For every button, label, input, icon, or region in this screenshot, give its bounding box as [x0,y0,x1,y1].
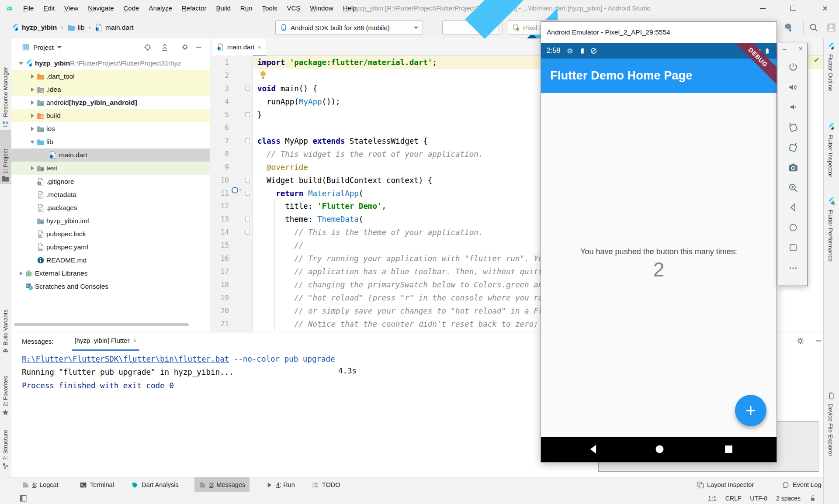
status-item-1-1[interactable]: 1:1 [708,495,716,502]
toolwindow-button-event-log[interactable]: Event Log [778,477,825,492]
collapse-all-icon[interactable] [161,43,169,51]
tree-row-README-md[interactable]: README.md [11,254,210,267]
settings-gear-icon[interactable] [796,337,804,345]
tree-row-build[interactable]: build [11,109,210,122]
sidebar-item-device-file-explorer[interactable]: Device File Explorer [827,404,834,479]
nav-back-icon[interactable] [588,443,600,457]
code-line-5[interactable]: } [257,108,262,121]
zoom-icon[interactable] [787,182,799,195]
locate-file-icon[interactable] [144,43,152,51]
menu-item-analyze[interactable]: Analyze [144,0,177,17]
tree-row-main-dart[interactable]: main.dart [11,148,210,162]
avatar[interactable] [826,22,836,33]
code-line-3[interactable]: void main() { [257,82,317,95]
chevron-down-icon[interactable] [57,46,62,48]
code-line-4[interactable]: runApp(MyApp()); [257,95,340,108]
fold-marker-icon[interactable] [245,178,250,183]
sidebar-item-7-structure[interactable]: 7: Structure [2,422,9,460]
lock-icon[interactable] [809,495,816,502]
intention-bulb-icon[interactable] [259,70,267,80]
toolwindow-button-dart-analysis[interactable]: Dart Analysis [127,477,183,492]
tree-row--gitignore[interactable]: .gitignore [11,175,210,188]
menu-item-window[interactable]: Window [305,0,338,17]
rotate-left-icon[interactable] [787,122,799,135]
tree-collapse-arrow-icon[interactable] [29,87,36,92]
back-icon[interactable] [788,202,798,214]
toolwindow-button-layout-inspector[interactable]: Layout Inspector [692,477,758,492]
menu-item-run[interactable]: Run [236,0,257,17]
tree-collapse-arrow-icon[interactable] [29,166,36,170]
console-link[interactable]: R:\Flutter\FlutterSDK\flutter\bin\flutte… [22,355,229,363]
toolwindow-button-4-run[interactable]: 4: Run [261,477,299,492]
sdk-manager-icon[interactable] [783,22,794,33]
horizontal-scrollbar[interactable] [14,323,189,326]
tree-row-pubspec-yaml[interactable]: YMLpubspec.yaml [11,241,210,254]
overview-icon[interactable] [788,242,798,255]
tree-expand-arrow-icon[interactable] [17,62,24,65]
rotate-right-icon[interactable] [787,142,799,155]
status-item-2-spaces[interactable]: 2 spaces [776,495,801,502]
nav-home-icon[interactable] [654,443,666,457]
volume-up-icon[interactable] [787,82,799,95]
tree-row-lib[interactable]: lib [11,135,210,148]
increment-fab-button[interactable] [735,395,766,426]
settings-gear-icon[interactable] [181,43,189,51]
sidebar-item-flutter-outline[interactable]: Flutter Outline [827,54,834,121]
tree-expand-arrow-icon[interactable] [29,141,36,144]
code-line-13[interactable]: theme: ThemeData( [257,213,363,226]
search-icon[interactable] [808,22,819,33]
tree-row-Scratches-and-Consoles[interactable]: Scratches and Consoles [11,280,210,293]
editor-tab-main-dart[interactable]: main.dart × [212,38,266,57]
window-minimize-button[interactable] [753,0,772,17]
menu-item-code[interactable]: Code [119,0,144,17]
tree-row-External-Libraries[interactable]: External Libraries [11,267,210,280]
fold-marker-icon[interactable] [245,138,250,143]
tree-row--packages[interactable]: .packages [11,201,210,214]
tree-row-hyzp_yibin-iml[interactable]: hyzp_yibin.iml [11,214,210,228]
code-line-11[interactable]: return MaterialApp( [257,187,363,200]
tree-collapse-arrow-icon[interactable] [17,271,24,276]
tree-row-hyzp_yibin[interactable]: hyzp_yibin R:\FlutterProject\FlutterProj… [11,57,210,70]
code-line-15[interactable]: // [257,239,303,252]
sidebar-item-2-favorites[interactable]: 2: Favorites [2,359,9,407]
hide-panel-icon[interactable] [195,43,203,51]
code-line-1[interactable]: import 'package:flutter/material.dart'; [257,56,437,69]
fold-marker-icon[interactable] [245,217,250,221]
window-restore-button[interactable] [784,0,803,17]
sidebar-item-flutter-inspector[interactable]: Flutter Inspector [827,135,834,208]
status-item-crlf[interactable]: CRLF [725,495,742,502]
emulator-close-button[interactable]: ✕ [798,45,803,52]
sidebar-item-flutter-performance[interactable]: Flutter Performance [827,210,834,302]
code-line-7[interactable]: class MyApp extends StatelessWidget { [257,135,428,148]
tree-collapse-arrow-icon[interactable] [29,114,36,118]
tree-row-android[interactable]: android [hyzp_yibin_android] [11,96,210,109]
device-selector-dropdown[interactable]: Android SDK built for x86 (mobile) [275,20,423,35]
breadcrumb-item-hyzp_yibin[interactable]: hyzp_yibin [11,24,57,31]
camera-icon[interactable] [787,162,799,175]
power-icon[interactable] [787,62,799,75]
hide-panel-icon[interactable] [815,337,823,345]
sidebar-item-build-variants[interactable]: Build Variants [2,282,9,345]
code-line-10[interactable]: Widget build(BuildContext context) { [257,174,432,187]
tree-collapse-arrow-icon[interactable] [29,127,36,131]
run-configuration-dropdown[interactable]: main.dart [442,20,499,35]
code-line-8[interactable]: // This widget is the root of your appli… [257,148,483,161]
tree-row-pubspec-lock[interactable]: pubspec.lock [11,228,210,241]
menu-item-navigate[interactable]: Navigate [83,0,118,17]
fold-marker-icon[interactable] [245,86,250,91]
tree-row--idea[interactable]: .idea [11,83,210,96]
toolwindow-button-todo[interactable]: TODO [307,477,345,492]
emulator-screen[interactable]: 2:58 Flutter Demo Home Page DEBUG You ha… [541,43,777,462]
menu-item-refactor[interactable]: Refactor [177,0,211,17]
close-icon[interactable]: × [258,44,261,51]
inspections-ok-icon[interactable]: ✔ [814,56,819,64]
more-icon[interactable] [787,262,799,276]
tool-window-toggle-icon[interactable] [19,494,27,502]
breadcrumb-item-lib[interactable]: lib [67,24,85,31]
menu-item-vcs[interactable]: VCS [282,0,305,17]
messages-tab-flutter[interactable]: [hyzp_yibin] Flutter × [72,332,139,351]
tree-row--dart_tool[interactable]: .dart_tool [11,70,210,83]
nav-overview-icon[interactable] [723,443,735,457]
home-icon[interactable] [788,222,798,235]
fold-marker-icon[interactable] [245,112,250,117]
